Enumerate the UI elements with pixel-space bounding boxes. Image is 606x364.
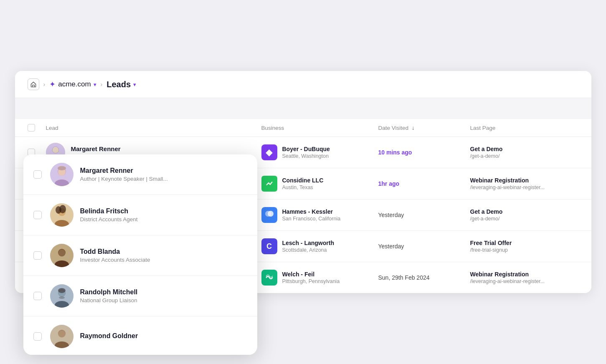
svg-point-40 [58, 288, 66, 293]
biz-location-4: Scottsdale, Arizona [282, 247, 334, 253]
biz-logo-4: C [261, 238, 277, 254]
business-cell-4: C Lesch - Langworth Scottsdale, Arizona [261, 238, 378, 254]
biz-logo-5 [261, 270, 277, 286]
page-url-5: /leveraging-ai-webinar-register... [470, 278, 579, 284]
biz-logo-3 [261, 207, 277, 223]
lead-name-1: Margaret Renner [71, 145, 156, 152]
business-cell-5: Welch - Feil Pittsburgh, Pennsylvania [261, 270, 378, 286]
overlay-name-4: Randolph Mitchell [80, 288, 138, 296]
overlay-checkbox-1[interactable] [33, 170, 42, 179]
overlay-title-2: District Accounts Agent [80, 216, 138, 222]
page-url-4: /free-trial-signup [470, 247, 579, 253]
biz-location-2: Austin, Texas [282, 185, 324, 190]
overlay-checkbox-5[interactable] [33, 332, 42, 341]
overlay-row-3[interactable]: Todd Blanda Investor Accounts Associate [23, 235, 257, 276]
overlay-row-2[interactable]: Belinda Fritsch District Accounts Agent [23, 195, 257, 235]
biz-name-3: Hammes - Kessler [282, 208, 341, 215]
breadcrumb-bar: › ✦ acme.com ▾ › Leads ▾ [15, 71, 591, 98]
sort-icon: ↓ [412, 125, 415, 131]
breadcrumb-workspace[interactable]: ✦ acme.com ▾ [49, 80, 96, 89]
overlay-name-2: Belinda Fritsch [80, 207, 138, 215]
svg-point-3 [52, 147, 58, 153]
overlay-avatar-4 [50, 284, 74, 308]
page-url-2: /leveraging-ai-webinar-register... [470, 185, 579, 190]
date-cell-3: Yesterday [378, 212, 470, 218]
col-date-visited[interactable]: Date Visited ↓ [378, 125, 470, 131]
svg-point-13 [268, 211, 274, 217]
workspace-chevron: ▾ [94, 81, 96, 88]
page-cell-5: Webinar Registration /leveraging-ai-webi… [470, 271, 579, 284]
date-cell-2: 1hr ago [378, 180, 470, 187]
breadcrumb-sep-1: › [43, 81, 46, 88]
overlay-title-3: Investor Accounts Associate [80, 257, 150, 263]
breadcrumb-sep-2: › [101, 81, 103, 88]
sub-bar [15, 98, 591, 119]
col-lead: Lead [46, 125, 261, 131]
biz-name-1: Boyer - DuBuque [282, 146, 330, 152]
table-header: Lead Business Date Visited ↓ Last Page [15, 119, 591, 137]
svg-point-41 [59, 296, 65, 299]
page-cell-1: Get a Demo /get-a-demo/ [470, 146, 579, 159]
svg-point-35 [58, 250, 65, 257]
page-title-1: Get a Demo [470, 146, 579, 152]
page-url-3: /get-a-demo/ [470, 216, 579, 222]
biz-name-2: Considine LLC [282, 177, 324, 184]
page-url-1: /get-a-demo/ [470, 153, 579, 159]
date-cell-1: 10 mins ago [378, 149, 470, 156]
overlay-card: Margaret Renner Author | Keynote Speaker… [23, 154, 257, 355]
outer-wrapper: › ✦ acme.com ▾ › Leads ▾ Lead Business D… [15, 71, 591, 293]
page-cell-3: Get a Demo /get-a-demo/ [470, 208, 579, 222]
biz-location-1: Seattle, Washington [282, 153, 330, 159]
biz-logo-2 [261, 176, 277, 192]
overlay-row-4[interactable]: Randolph Mitchell National Group Liaison [23, 276, 257, 316]
page-title-2: Webinar Registration [470, 177, 579, 184]
workspace-label: acme.com [58, 80, 91, 88]
overlay-title-1: Author | Keynote Speaker | Small... [80, 176, 168, 182]
biz-name-4: Lesch - Langworth [282, 240, 334, 246]
biz-location-3: San Francisco, California [282, 216, 341, 222]
business-cell-3: Hammes - Kessler San Francisco, Californ… [261, 207, 378, 223]
overlay-checkbox-3[interactable] [33, 251, 42, 260]
biz-location-5: Pittsburgh, Pennsylvania [282, 278, 340, 284]
page-title-5: Webinar Registration [470, 271, 579, 278]
svg-point-31 [59, 205, 66, 213]
biz-logo-1: ◆ [261, 144, 277, 160]
breadcrumb-section[interactable]: Leads ▾ [106, 80, 136, 89]
biz-name-5: Welch - Feil [282, 271, 340, 278]
page-cell-4: Free Trial Offer /free-trial-signup [470, 240, 579, 253]
date-cell-5: Sun, 29th Feb 2024 [378, 274, 470, 281]
overlay-avatar-3 [50, 244, 74, 267]
overlay-avatar-1 [50, 163, 74, 186]
section-label: Leads [106, 80, 131, 89]
business-cell-1: ◆ Boyer - DuBuque Seattle, Washington [261, 144, 378, 160]
overlay-name-1: Margaret Renner [80, 167, 168, 174]
overlay-title-4: National Group Liaison [80, 297, 138, 303]
overlay-avatar-5 [50, 325, 74, 348]
page-title-3: Get a Demo [470, 208, 579, 215]
spark-icon: ✦ [49, 80, 56, 89]
page-cell-2: Webinar Registration /leveraging-ai-webi… [470, 177, 579, 190]
overlay-row-5[interactable]: Raymond Goldner [23, 316, 257, 355]
svg-point-25 [58, 166, 66, 170]
business-cell-2: Considine LLC Austin, Texas [261, 176, 378, 192]
overlay-name-3: Todd Blanda [80, 248, 150, 255]
col-last-page: Last Page [470, 125, 579, 131]
home-button[interactable] [28, 78, 39, 90]
page-title-4: Free Trial Offer [470, 240, 579, 246]
overlay-checkbox-4[interactable] [33, 292, 42, 300]
col-business: Business [261, 125, 378, 131]
select-all-checkbox[interactable] [28, 124, 35, 131]
overlay-name-5: Raymond Goldner [80, 332, 138, 340]
section-chevron: ▾ [133, 81, 136, 88]
overlay-checkbox-2[interactable] [33, 211, 42, 219]
date-cell-4: Yesterday [378, 243, 470, 250]
svg-point-45 [58, 331, 65, 338]
overlay-row-1[interactable]: Margaret Renner Author | Keynote Speaker… [23, 154, 257, 195]
overlay-avatar-2 [50, 203, 74, 227]
